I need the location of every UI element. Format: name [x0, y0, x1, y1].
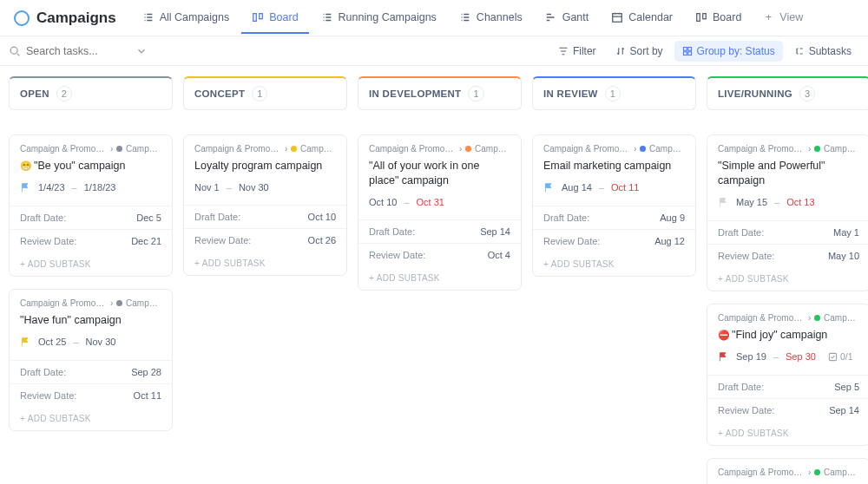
breadcrumb: Campaign & Promotion Manag...›Campai... [20, 144, 161, 154]
column-open: OPEN2Campaign & Promotion Manag...›Campa… [9, 76, 173, 484]
column-header[interactable]: LIVE/RUNNING3 [707, 76, 868, 110]
flag-icon [20, 337, 31, 348]
add-subtask-button[interactable]: + ADD SUBTASK [533, 252, 695, 276]
svg-rect-8 [683, 51, 687, 55]
page-title: Campaigns [36, 10, 116, 27]
chevron-down-icon[interactable] [135, 45, 148, 57]
breadcrumb: Campaign & Promotion Manag...›Campai... [369, 144, 510, 154]
app-logo-icon [14, 10, 30, 26]
tab-calendar[interactable]: Calendar [601, 3, 683, 34]
column-concept: CONCEPT1Campaign & Promotion Manag...›Ca… [183, 76, 347, 484]
tab-channels[interactable]: Channels [449, 3, 533, 34]
card-title: ⛔"Find joy" campaign [718, 328, 859, 343]
filter-icon [558, 46, 569, 56]
task-card[interactable]: Campaign & Promotion Manag...›Campai...E… [532, 134, 696, 277]
breadcrumb: Campaign & Promotion Manag...›Campai... [194, 144, 336, 154]
field-draft: Draft Date:Sep 14 [358, 220, 521, 244]
column-header[interactable]: IN DEVELOPMENT1 [358, 76, 522, 110]
card-fields: Draft Date:Sep 28Review Date:Oct 11 [10, 360, 172, 407]
emoji-icon: 😁 [20, 160, 32, 171]
add-subtask-button[interactable]: + ADD SUBTASK [184, 252, 346, 275]
column-name: OPEN [20, 88, 49, 99]
card-title: "Have fun" campaign [20, 313, 161, 328]
card-dates: 1/4/23–1/18/23 [20, 182, 161, 193]
task-card[interactable]: Campaign & Promotion Manag...›Campai...⛔… [707, 304, 868, 446]
card-dates: May 15–Oct 13 [718, 197, 859, 208]
add-subtask-button[interactable]: + ADD SUBTASK [10, 252, 172, 276]
add-subtask-button[interactable]: + ADD SUBTASK [358, 266, 521, 290]
tab-all[interactable]: All Campaigns [132, 3, 240, 34]
card-fields: Draft Date:Dec 5Review Date:Dec 21 [10, 206, 172, 252]
field-review: Review Date:Dec 21 [10, 230, 172, 252]
add-subtask-button[interactable]: + ADD SUBTASK [707, 267, 868, 291]
add-subtask-button[interactable]: + ADD SUBTASK [707, 422, 868, 445]
field-review: Review Date:May 10 [707, 245, 868, 267]
task-card[interactable]: Campaign & Promotion Manag...›Campai..."… [358, 134, 522, 291]
column-count: 1 [252, 86, 267, 101]
field-draft: Draft Date:May 1 [707, 221, 868, 245]
tab-board[interactable]: Board [241, 3, 308, 34]
column-header[interactable]: IN REVIEW1 [532, 76, 696, 110]
column-header[interactable]: OPEN2 [9, 76, 173, 110]
tab-label: All Campaigns [160, 11, 230, 23]
tab-label: Calendar [628, 11, 673, 23]
sort-icon [615, 46, 626, 56]
end-date: Nov 30 [86, 337, 116, 347]
flag-icon [718, 351, 729, 363]
task-card[interactable]: Campaign & Promotion Manag...›Campai..."… [9, 289, 173, 431]
group-icon [682, 46, 693, 56]
subtasks-button[interactable]: Subtasks [786, 41, 859, 62]
task-card[interactable]: Campaign & Promotion Manag...›Campai...L… [183, 134, 347, 276]
tab-label: Running Campaigns [339, 11, 437, 23]
tab-label: Channels [477, 11, 523, 23]
search-input[interactable] [26, 45, 130, 57]
column-name: IN DEVELOPMENT [369, 88, 461, 99]
breadcrumb: Campaign & Promotion Manag...›Campai... [718, 313, 859, 323]
calendar-icon [611, 11, 623, 23]
list-icon [321, 11, 333, 23]
start-date: Nov 1 [194, 182, 220, 193]
add-view-button[interactable]: + View [752, 3, 813, 34]
filter-button[interactable]: Filter [550, 41, 604, 62]
end-date: Oct 11 [611, 182, 639, 193]
breadcrumb: Campaign & Promotion Manag...›Campai... [718, 144, 859, 154]
field-draft: Draft Date:Aug 9 [533, 206, 695, 230]
add-view-label: View [779, 11, 803, 23]
tab-board2[interactable]: Board [685, 3, 752, 34]
svg-rect-7 [687, 47, 691, 50]
start-date: May 15 [736, 197, 767, 207]
end-date: Sep 30 [786, 351, 816, 362]
field-review: Review Date:Oct 26 [184, 229, 346, 252]
tab-label: Board [269, 11, 298, 23]
flag-icon [543, 182, 555, 193]
subtasks-icon [794, 46, 805, 56]
column-count: 3 [799, 86, 815, 101]
card-dates: Aug 14–Oct 11 [543, 182, 685, 193]
card-dates: Oct 25–Nov 30 [20, 337, 161, 348]
board-icon [695, 11, 707, 23]
group-button[interactable]: Group by: Status [674, 41, 783, 62]
column-header[interactable]: CONCEPT1 [183, 76, 347, 110]
column-count: 2 [56, 86, 72, 101]
task-card[interactable]: Campaign & Promotion Manag...›Campai..."… [707, 134, 868, 291]
task-card[interactable]: Campaign & Promotion Manag...›Campai...B… [707, 458, 868, 484]
sort-button[interactable]: Sort by [608, 41, 671, 62]
field-draft: Draft Date:Oct 10 [184, 206, 346, 229]
column-name: IN REVIEW [543, 88, 598, 99]
board-icon [252, 11, 264, 23]
card-fields: Draft Date:Aug 9Review Date:Aug 12 [533, 206, 695, 252]
field-review: Review Date:Oct 11 [10, 384, 172, 407]
add-subtask-button[interactable]: + ADD SUBTASK [10, 407, 172, 430]
task-card[interactable]: Campaign & Promotion Manag...›Campai...😁… [9, 134, 173, 277]
view-tabs: All CampaignsBoardRunning CampaignsChann… [132, 3, 753, 34]
end-date: Nov 30 [239, 182, 269, 193]
tab-running[interactable]: Running Campaigns [311, 3, 447, 34]
list-icon [459, 11, 471, 23]
plus-icon: + [762, 11, 774, 23]
column-name: LIVE/RUNNING [718, 88, 792, 99]
search-icon [9, 45, 21, 57]
card-title: 😁"Be you" campaign [20, 159, 161, 173]
start-date: Sep 19 [736, 351, 766, 362]
card-dates: Nov 1–Nov 30 [194, 182, 336, 193]
tab-gantt[interactable]: Gantt [535, 3, 600, 34]
